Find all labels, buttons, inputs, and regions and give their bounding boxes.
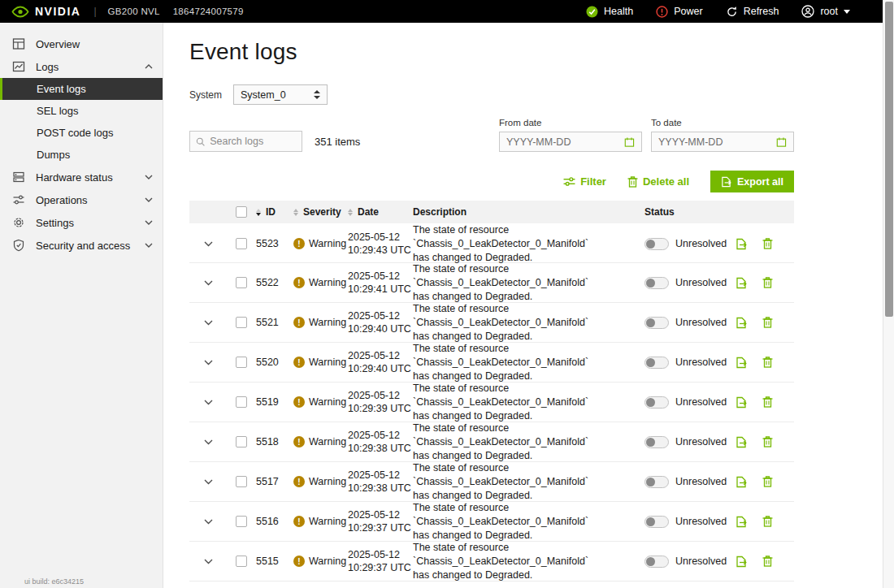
refresh-button[interactable]: Refresh <box>726 6 779 18</box>
refresh-label: Refresh <box>744 6 779 17</box>
sidebar-item-sel-logs[interactable]: SEL logs <box>0 100 163 122</box>
severity-label: Warning <box>309 516 346 527</box>
filter-button[interactable]: Filter <box>563 175 606 188</box>
power-label: Power <box>674 6 702 17</box>
delete-row-icon[interactable] <box>762 238 773 249</box>
delete-row-icon[interactable] <box>762 396 773 408</box>
row-date: 2025-05-12 10:29:41 UTC <box>348 270 413 296</box>
table-body: 5523 ! Warning 2025-05-12 10:29:43 UTC T… <box>189 223 794 588</box>
column-header-date[interactable]: Date <box>348 205 413 218</box>
resolve-toggle[interactable] <box>644 238 669 250</box>
vertical-scrollbar[interactable] <box>883 0 894 588</box>
row-checkbox[interactable] <box>236 238 247 249</box>
system-select[interactable]: System_0 <box>233 84 328 105</box>
row-expand-chevron-icon[interactable] <box>204 519 213 525</box>
health-button[interactable]: Health <box>586 6 633 18</box>
row-expand-chevron-icon[interactable] <box>204 479 213 485</box>
export-row-icon[interactable] <box>736 357 747 369</box>
resolve-toggle[interactable] <box>644 556 669 568</box>
select-all-checkbox[interactable] <box>236 206 247 218</box>
overview-icon <box>12 37 25 50</box>
settings-gear-icon <box>12 216 25 229</box>
to-date-field <box>651 132 794 152</box>
calendar-icon[interactable] <box>624 136 635 148</box>
warning-icon: ! <box>293 277 305 288</box>
resolve-toggle[interactable] <box>644 357 669 369</box>
from-date-input[interactable] <box>506 136 624 148</box>
delete-row-icon[interactable] <box>762 317 773 328</box>
row-checkbox[interactable] <box>236 516 247 527</box>
delete-all-button[interactable]: Delete all <box>627 175 689 188</box>
sidebar-subitem-label: POST code logs <box>37 127 113 139</box>
row-id: 5522 <box>256 277 293 288</box>
sidebar: Overview Logs Event logs SEL logs POST c… <box>0 23 163 588</box>
row-checkbox[interactable] <box>236 396 247 408</box>
row-description: The state of resource `Chassis_0_LeakDet… <box>413 501 644 543</box>
row-checkbox[interactable] <box>236 357 247 368</box>
sidebar-item-settings[interactable]: Settings <box>0 211 163 234</box>
status-label: Unresolved <box>675 476 727 487</box>
resolve-toggle[interactable] <box>644 317 669 329</box>
table-header: ID Severity Date Description Status <box>189 201 794 223</box>
export-row-icon[interactable] <box>736 516 747 528</box>
row-expand-chevron-icon[interactable] <box>204 439 213 445</box>
sidebar-item-logs[interactable]: Logs <box>0 55 163 78</box>
delete-row-icon[interactable] <box>762 476 773 487</box>
row-id: 5517 <box>256 476 293 487</box>
ui-build-label: ui build: e6c34215 <box>24 577 84 586</box>
sidebar-item-security-and-access[interactable]: Security and access <box>0 234 163 257</box>
row-expand-chevron-icon[interactable] <box>204 320 213 326</box>
row-checkbox[interactable] <box>236 476 247 487</box>
sidebar-item-post-code-logs[interactable]: POST code logs <box>0 122 163 144</box>
export-row-icon[interactable] <box>736 396 747 409</box>
caret-down-icon <box>844 10 850 14</box>
table-row: 5518 ! Warning 2025-05-12 10:29:38 UTC T… <box>189 422 794 462</box>
delete-row-icon[interactable] <box>762 357 773 368</box>
delete-row-icon[interactable] <box>762 277 773 288</box>
sort-icon <box>293 209 299 216</box>
sidebar-item-event-logs[interactable]: Event logs <box>0 78 163 100</box>
row-checkbox[interactable] <box>236 556 247 567</box>
row-expand-chevron-icon[interactable] <box>204 559 213 564</box>
sidebar-item-dumps[interactable]: Dumps <box>0 144 163 166</box>
row-expand-chevron-icon[interactable] <box>204 400 213 405</box>
export-row-icon[interactable] <box>736 317 747 329</box>
row-checkbox[interactable] <box>236 317 247 328</box>
row-checkbox[interactable] <box>236 277 247 288</box>
column-header-severity[interactable]: Severity <box>293 206 348 218</box>
serial-number: 1864724007579 <box>173 6 244 16</box>
sidebar-item-overview[interactable]: Overview <box>0 32 163 55</box>
nvidia-logo[interactable]: NVIDIA <box>11 5 80 18</box>
to-date-input[interactable] <box>658 136 776 148</box>
scrollbar-thumb[interactable] <box>885 2 893 317</box>
row-expand-chevron-icon[interactable] <box>204 241 213 247</box>
export-row-icon[interactable] <box>736 476 747 488</box>
export-all-button[interactable]: Export all <box>710 171 794 192</box>
column-header-id[interactable]: ID <box>256 206 293 218</box>
sort-icon <box>256 209 262 216</box>
resolve-toggle[interactable] <box>644 436 669 448</box>
sidebar-item-operations[interactable]: Operations <box>0 188 163 211</box>
resolve-toggle[interactable] <box>644 277 669 289</box>
health-check-icon <box>586 6 598 18</box>
delete-row-icon[interactable] <box>762 556 773 567</box>
sidebar-item-hardware-status[interactable]: Hardware status <box>0 166 163 188</box>
sidebar-item-label: Overview <box>36 38 80 50</box>
export-row-icon[interactable] <box>736 277 747 289</box>
row-expand-chevron-icon[interactable] <box>204 360 213 365</box>
calendar-icon[interactable] <box>776 136 787 148</box>
row-checkbox[interactable] <box>236 436 247 447</box>
resolve-toggle[interactable] <box>644 476 669 488</box>
export-row-icon[interactable] <box>736 436 747 448</box>
export-row-icon[interactable] <box>736 238 747 250</box>
power-button[interactable]: Power <box>656 6 702 18</box>
delete-row-icon[interactable] <box>762 436 773 447</box>
export-row-icon[interactable] <box>736 556 747 568</box>
chevron-down-icon <box>145 175 153 179</box>
search-logs-input[interactable] <box>210 136 296 147</box>
row-expand-chevron-icon[interactable] <box>204 280 213 286</box>
delete-row-icon[interactable] <box>762 516 773 527</box>
resolve-toggle[interactable] <box>644 516 669 528</box>
resolve-toggle[interactable] <box>644 396 669 409</box>
user-menu[interactable]: root <box>801 5 850 18</box>
